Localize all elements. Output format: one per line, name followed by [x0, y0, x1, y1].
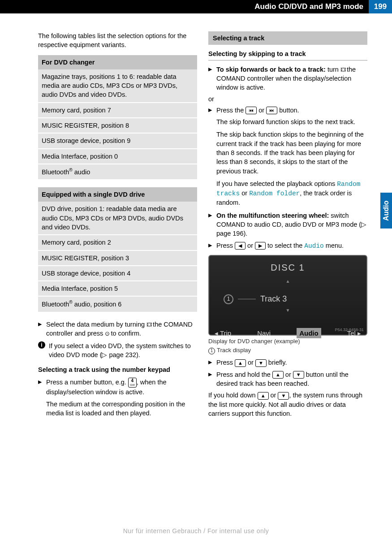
- section-bar-selecting-track: Selecting a track: [208, 31, 367, 45]
- main-content: The following tables list the selection …: [0, 13, 392, 522]
- menu-navi: Navi: [257, 328, 271, 338]
- table-row: Bluetooth® audio, position 6: [38, 297, 197, 312]
- step-extra-text: The skip forward function skips to the n…: [208, 117, 367, 126]
- or-label: or: [208, 95, 367, 103]
- step-extra-text: If you have selected the playback option…: [208, 179, 367, 207]
- triangle-icon: ▶: [208, 371, 212, 378]
- triangle-icon: ▶: [208, 66, 212, 73]
- table-row: MUSIC REGISTER, position 3: [38, 251, 197, 266]
- circle-1-icon: 1: [208, 348, 215, 354]
- step-text: Press a number button, e.g. 4GHI, when t…: [46, 379, 167, 396]
- table-row: Memory card, position 2: [38, 235, 197, 250]
- step-mfw: ▶ On the multifunction steering wheel: s…: [208, 211, 367, 238]
- step-text: Select the data medium by turning 𝄔◎𝄔 th…: [46, 321, 193, 337]
- line-icon: [238, 299, 256, 299]
- table-row: Bluetooth® audio: [38, 164, 197, 180]
- table1-header: For DVD changer: [38, 55, 197, 69]
- disc-label: DISC 1: [215, 261, 361, 274]
- info-icon: i: [38, 341, 45, 349]
- image-ref: P54.32-8458-31: [335, 327, 364, 333]
- triangle-icon: ▶: [38, 379, 42, 385]
- menu-audio-selected: Audio: [297, 328, 321, 338]
- step-press-brief: ▶ Press ▲ or ▼ briefly.: [208, 358, 367, 367]
- table-row: USB storage device, position 9: [38, 134, 197, 149]
- step-press-arrows: ▶ Press ◀ or ▶ to select the Audio menu.: [208, 241, 367, 250]
- step-extra-text: The skip back function skips to the begi…: [208, 130, 367, 175]
- page-header: Audio CD/DVD and MP3 mode 199: [0, 0, 392, 13]
- step-text: Press ▲ or ▼ briefly.: [216, 359, 287, 366]
- rotate-controller-icon: 𝄔◎𝄔: [340, 66, 345, 74]
- up-arrow-button-icon: ▲: [272, 371, 284, 379]
- skip-forward-button-icon: ⏭: [266, 107, 277, 114]
- triangle-icon: ▶: [208, 242, 212, 249]
- left-arrow-button-icon: ◀: [235, 242, 246, 250]
- header-title: Audio CD/DVD and MP3 mode: [0, 0, 369, 13]
- step-text: Press and hold the ▲ or ▼ button until t…: [216, 371, 349, 387]
- table-row: Memory card, position 7: [38, 103, 197, 118]
- table-row: Media Interface, position 0: [38, 149, 197, 164]
- table-row: DVD drive, position 1: readable data med…: [38, 202, 197, 235]
- table-dvd-changer: For DVD changer Magazine trays, position…: [38, 55, 197, 181]
- triangle-icon: ▶: [208, 359, 212, 366]
- table-single-dvd: Equipped with a single DVD drive DVD dri…: [38, 187, 197, 313]
- side-tab-audio: Audio: [380, 193, 392, 228]
- step-press-number: ▶ Press a number button, e.g. 4GHI, when…: [38, 378, 197, 397]
- table-row: Magazine trays, positions 1 to 6: readab…: [38, 69, 197, 103]
- info-text: If you select a video DVD, the system sw…: [49, 342, 191, 358]
- option-random-folder: Random folder: [249, 190, 300, 197]
- track-label: Track 3: [260, 293, 287, 305]
- heading-number-keypad: Selecting a track using the number keypa…: [38, 365, 197, 374]
- hold-down-note: If you hold down ▲ or ▼, the system runs…: [208, 391, 367, 418]
- down-arrow-button-icon: ▼: [255, 359, 267, 367]
- intro-text: The following tables list the selection …: [38, 31, 197, 50]
- keypad-4-button-icon: 4GHI: [128, 378, 137, 388]
- table-row: MUSIC REGISTER, position 8: [38, 118, 197, 134]
- step-text: Press the ⏮ or ⏭ button.: [216, 107, 299, 114]
- up-arrow-button-icon: ▲: [235, 359, 246, 367]
- page-number: 199: [369, 0, 392, 13]
- menu-audio-label: Audio: [304, 242, 324, 250]
- track-number-circle: 1: [224, 294, 233, 304]
- info-video-dvd: i If you select a video DVD, the system …: [38, 341, 197, 360]
- triangle-icon: ▶: [38, 321, 42, 328]
- triangle-icon: ▶: [208, 212, 212, 219]
- step-text: On the multifunction steering wheel: swi…: [216, 212, 366, 237]
- step-press-skip-buttons: ▶ Press the ⏮ or ⏭ button.: [208, 106, 367, 115]
- down-arrow-button-icon: ▼: [278, 392, 289, 400]
- section-title-skipping: Selecting by skipping to a track: [208, 49, 367, 60]
- rotate-controller-icon: 𝄔◎𝄔: [146, 321, 151, 329]
- down-arrow-button-icon: ▼: [293, 371, 304, 379]
- skip-back-button-icon: ⏮: [246, 107, 257, 114]
- up-arrow-button-icon: ▲: [258, 392, 269, 400]
- step-skip-track: ▶ To skip forwards or back to a track: t…: [208, 65, 367, 92]
- footer-watermark: Nur für internen Gebrauch / For internal…: [0, 522, 392, 540]
- menu-trip: ◂ Trip: [215, 328, 231, 338]
- chevron-down-icon: ▼: [215, 307, 361, 314]
- right-arrow-button-icon: ▶: [255, 242, 266, 250]
- display-example-image: DISC 1 ▲ 1 Track 3 ▼ ◂ Trip Navi Audio T…: [208, 255, 367, 336]
- step-text: Press ◀ or ▶ to select the Audio menu.: [216, 242, 344, 249]
- chevron-up-icon: ▲: [215, 278, 361, 284]
- caption-track-display: 1Track display: [208, 346, 367, 354]
- caption-display: Display for DVD changer (example): [208, 337, 367, 345]
- table-row: USB storage device, position 4: [38, 266, 197, 281]
- step-press-hold: ▶ Press and hold the ▲ or ▼ button until…: [208, 370, 367, 388]
- table-row: Media Interface, position 5: [38, 281, 197, 297]
- table2-header: Equipped with a single DVD drive: [38, 187, 197, 202]
- step-extra-text: The medium at the corresponding position…: [38, 400, 197, 418]
- step-select-medium: ▶ Select the data medium by turning 𝄔◎𝄔 …: [38, 320, 197, 338]
- triangle-icon: ▶: [208, 107, 212, 113]
- step-text: To skip forwards or back to a track: tur…: [216, 66, 356, 91]
